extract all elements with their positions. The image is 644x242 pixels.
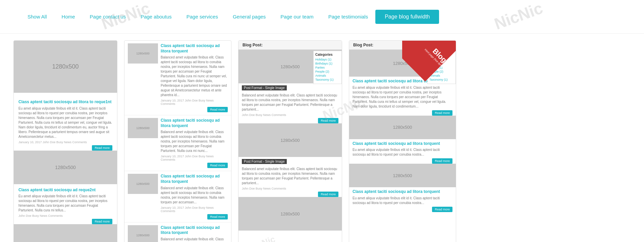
card2-read-more-3[interactable]: Read more <box>207 214 228 219</box>
card2-text-2: Class aptent taciti sociosqu ad litora t… <box>161 118 228 168</box>
card1-title-1: Class aptent taciti sociosqu ad litora t… <box>18 99 112 105</box>
card1-meta-1: January 10, 2017 John Doe Busy News Comm… <box>18 140 112 144</box>
nav-team[interactable]: Page our team <box>273 10 321 23</box>
nav-general[interactable]: General pages <box>225 10 273 23</box>
card2-posts: 1280x500 Class aptent taciti sociosqu ad… <box>124 41 231 242</box>
cat3-item-6[interactable]: Taxonomy (1) <box>315 78 340 81</box>
card3-categories: Categories Holidays (1) Birthdays (1) Pa… <box>313 51 342 84</box>
cat3-title: Categories <box>315 53 340 56</box>
card2-post-3: 1280x500 Class aptent taciti sociosqu ad… <box>124 171 231 222</box>
cat3-item-4[interactable]: People (2) <box>315 70 340 73</box>
watermark-card3: NicNic <box>248 234 277 242</box>
card3-body-2: Balanced amet vulputate finibus elit. Cl… <box>242 167 338 186</box>
nav-show-all[interactable]: Show All <box>20 10 54 23</box>
card4-title-3: Class aptent taciti sociosqu ad litora t… <box>353 189 452 195</box>
nav-testimonials[interactable]: Page testimonials <box>321 10 375 23</box>
card2-post-1: 1280x500 Class aptent taciti sociosqu ad… <box>124 41 231 115</box>
nav-aboutus[interactable]: Page aboutus <box>133 10 179 23</box>
content-area: NicNic 1280x500 Class aptent taciti soci… <box>0 34 644 242</box>
card3-body-1: Balanced amet vulputate finibus elit. Cl… <box>242 93 338 112</box>
card3-format-2: Post Format - Single Image <box>242 159 287 164</box>
card2-body-2: Balanced amet vulputate finibus elit. Cl… <box>161 130 228 153</box>
card2-text-1: Class aptent taciti sociosqu ad litora t… <box>161 43 228 112</box>
cat4-item-1[interactable]: Holidays (1) <box>429 58 454 61</box>
card3-meta-2: John Doe Busy News Comments <box>242 187 338 190</box>
card2-read-more-2[interactable]: Read more <box>207 163 228 168</box>
cat3-item-2[interactable]: Birthdays (1) <box>315 62 340 65</box>
card-medium-blog: 1280x500 Class aptent taciti sociosqu ad… <box>124 40 231 242</box>
card2-title-2: Class aptent taciti sociosqu ad litora t… <box>161 118 228 128</box>
card2-thumb-1: 1280x500 <box>128 43 158 64</box>
card4-post-2: Class aptent taciti sociosqu ad litora t… <box>349 139 456 159</box>
card2-body-1: Balanced amet vulputate finibus elit. Cl… <box>161 55 228 97</box>
cat3-item-3[interactable]: Parties <box>315 66 340 69</box>
card1-main-image: 1280x500 <box>14 41 117 93</box>
card2-meta-3: January 10, 2017 John Doe Busy News Comm… <box>161 206 228 213</box>
cat4-title: Categories <box>429 53 454 56</box>
card4-image-2: 1280x500 <box>349 116 456 139</box>
cat4-item-5[interactable]: Animals <box>429 74 454 77</box>
card4-read-more-2[interactable]: Read more <box>432 158 452 164</box>
card3-meta-1: John Doe Busy News Comments <box>242 113 338 117</box>
navigation: NicNic Show All Home Page contact us Pag… <box>0 0 644 34</box>
cat3-item-5[interactable]: Animals <box>315 74 340 77</box>
card4-title-2: Class aptent taciti sociosqu ad litora t… <box>353 141 452 147</box>
cat4-item-3[interactable]: Sports (1) <box>429 66 454 69</box>
card3-read-more-1[interactable]: Read more <box>318 118 338 123</box>
card3-image-3: 1280x500 <box>238 197 342 231</box>
card2-meta-2: January 10, 2017 John Doe Busy News Comm… <box>161 155 228 161</box>
card-large-post: 1280x500 Class aptent taciti sociosqu ad… <box>13 40 117 242</box>
cat4-item-2[interactable]: Birthdays <box>429 62 454 65</box>
nav-home[interactable]: Home <box>54 10 83 23</box>
card1-image-2: 1280x500 <box>14 151 117 184</box>
card2-post-4: 1280x500 Class aptent taciti sociosqu ad… <box>124 223 231 242</box>
card2-title-4: Class aptent taciti sociosqu ad litora t… <box>161 225 228 236</box>
card4-image-3: 1280x500 <box>349 164 456 187</box>
card1-meta-2: John Doe Busy News Comments <box>18 214 112 217</box>
card2-title-1: Class aptent taciti sociosqu ad litora t… <box>161 43 228 54</box>
card4-read-more-3[interactable]: Read more <box>432 207 452 212</box>
watermark-right: NicNic <box>492 0 545 33</box>
card4-body-2: Eu amet aliqua vulputate finibus elit id… <box>353 148 452 157</box>
card2-thumb-4: 1280x500 <box>128 225 158 242</box>
card4-body-3: Eu amet aliqua vulputate finibus elit id… <box>353 196 452 205</box>
card3-post-1: Post Format - Single Image Balanced amet… <box>238 83 342 119</box>
nav-contact[interactable]: Page contact us <box>83 10 133 23</box>
card2-title-3: Class aptent taciti sociosqu ad litora t… <box>161 174 228 184</box>
card4-body-1: Eu amet aliqua vulputate finibus elit id… <box>353 85 452 109</box>
cat4-item-4[interactable]: People (2) <box>429 70 454 73</box>
card2-thumb-3: 1280x500 <box>128 174 158 194</box>
card4-read-more-1[interactable]: Read more <box>432 110 452 116</box>
card3-format-1: Post Format - Single Image <box>242 85 287 90</box>
nav-services[interactable]: Page services <box>179 10 225 23</box>
card1-body-1: Eu amet aliqua vulputate finibus elit id… <box>18 106 112 139</box>
card2-text-3: Class aptent taciti sociosqu ad litora t… <box>161 174 228 219</box>
card3-image-2: 1280x500 <box>238 123 342 157</box>
card2-read-more-1[interactable]: Read more <box>207 107 228 112</box>
card1-title-2: Class aptent taciti sociosqu ad reque2nt <box>18 188 112 193</box>
card3-read-more-2[interactable]: Read more <box>318 192 338 197</box>
card2-body-4: Balanced amet vulputate finibus elit. Cl… <box>161 237 228 242</box>
card2-meta-1: January 10, 2017 John Doe Busy News Comm… <box>161 99 228 106</box>
cat4-item-6[interactable]: Taxonomy (1) <box>429 78 454 81</box>
nav-blog-fullwidth[interactable]: Page blog fullwidth <box>375 10 439 24</box>
card4-header: Blog Post: <box>349 41 456 50</box>
card1-content-1: Class aptent taciti sociosqu ad litora t… <box>14 96 117 147</box>
card4-post-3: Class aptent taciti sociosqu ad litora t… <box>349 187 456 207</box>
card1-body-2: Eu amet aliqua vulputate finibus elit id… <box>18 194 112 213</box>
card1-image-3: 1280x500 <box>14 224 117 242</box>
card2-post-2: 1280x500 Class aptent taciti sociosqu ad… <box>124 115 231 171</box>
card-right-sidebar: Blog Post: Categories Holidays (1) Birth… <box>238 40 342 242</box>
card1-read-more-1[interactable]: Read more <box>92 145 112 151</box>
card2-text-4: Class aptent taciti sociosqu ad litora t… <box>161 225 228 242</box>
card3-header: Blog Post: <box>238 41 342 50</box>
card4-categories: Categories Holidays (1) Birthdays Sports… <box>427 51 456 84</box>
card2-body-3: Balanced amet vulputate finibus elit. Cl… <box>161 186 228 205</box>
cat3-item-1[interactable]: Holidays (1) <box>315 58 340 61</box>
card3-post-2: Post Format - Single Image Balanced amet… <box>238 157 342 192</box>
card2-thumb-2: 1280x500 <box>128 118 158 138</box>
card1-read-more-2[interactable]: Read more <box>92 219 112 224</box>
card1-content-2: Class aptent taciti sociosqu ad reque2nt… <box>14 184 117 221</box>
card-right-sidebar-2: Blog Post: Categories Holidays (1) Birth… <box>349 40 456 242</box>
